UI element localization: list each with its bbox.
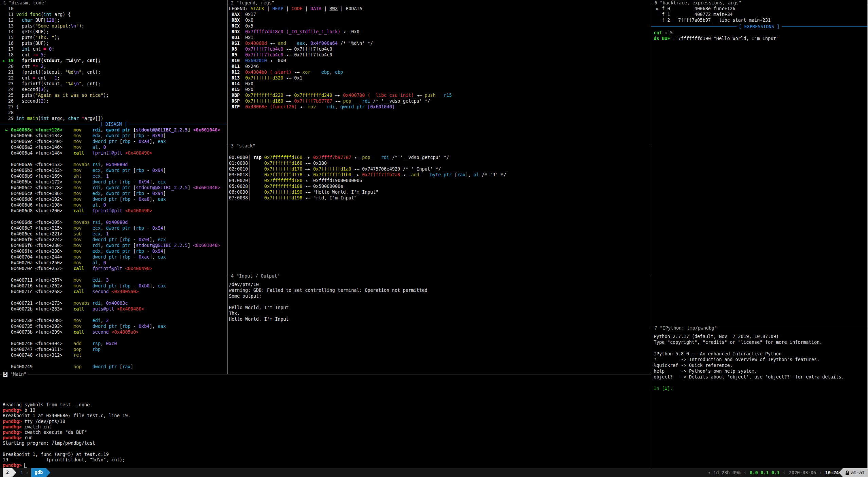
- terminal-line: 0x400704 <func+244> mov dword ptr [rbp -…: [3, 254, 220, 260]
- terminal-line: RBP 0x7fffffffd220 —▸ 0x7fffffffd240 —▸ …: [229, 92, 452, 98]
- terminal-line: warning: GDB: Failed to set controlling …: [229, 287, 427, 293]
- terminal-line: 0x400748 <func+312> ret: [3, 352, 220, 358]
- terminal-line: 02:0010│ 0x7fffffffd170 —▸ 0x7fffffffd1a…: [229, 166, 506, 172]
- terminal-line: 04:0020│ 0x7fffffffd180 ◂— 0xffffd190000…: [229, 178, 506, 183]
- terminal-line: 0x4006ed <func+221> sub ecx, 1: [3, 231, 220, 237]
- terminal-line: ► 19 fprintf(stdout, "%d\n", cnt);: [3, 58, 109, 64]
- pane-io[interactable]: /dev/pts/10warning: GDB: Failed to set c…: [228, 276, 651, 374]
- terminal-line: %quickref -> Quick reference.: [654, 363, 844, 368]
- terminal-line: 0x400696 <func+134> mov edx, dword ptr […: [3, 133, 220, 139]
- terminal-line: 0x40073b <func+299> call second <0x4005a…: [3, 329, 220, 335]
- powerline-arrow-icon: [46, 468, 50, 477]
- uptime-arrow-icon: ↑: [708, 470, 711, 475]
- terminal-line: RSI 0x40080d ◂— and eax, 0x4f000a64 /* '…: [229, 40, 452, 46]
- terminal-line: R12 0x4004b0 (_start) ◂— xor ebp, ebp: [229, 69, 452, 75]
- angle-separator-icon: ‹: [780, 470, 789, 476]
- terminal-line: 0x400749 nop dword ptr [rax]: [3, 364, 220, 370]
- status-left: 21›gdb: [3, 468, 50, 477]
- terminal-line: pwndbg> b 19: [3, 408, 130, 413]
- session-indicator[interactable]: 2: [3, 468, 12, 477]
- terminal-line: Some output:: [229, 293, 427, 299]
- terminal-line: R9 0x7ffff7fcb4c0 ◂— 0x7ffff7fcb4c0: [229, 52, 452, 58]
- terminal-line: 11 void func(int arg) {: [3, 12, 109, 17]
- terminal-line: 0x4006b9 <func+169> shl ecx, 1: [3, 173, 220, 179]
- terminal-line: RAX 0x17: [229, 12, 452, 17]
- terminal-line: RDX 0x7ffff7dd18c0 (_IO_stdfile_1_lock) …: [229, 29, 452, 35]
- powerline-arrow-icon: [839, 468, 843, 477]
- terminal-line: 0x4006d6 <func+198> mov al, 0: [3, 202, 220, 208]
- terminal-line: 16 puts(BUF);: [3, 40, 109, 46]
- terminal-line: ds BUF = 7fffffffd190 "Hello World, I'm …: [654, 36, 779, 41]
- window-tab-gdb[interactable]: gdb: [31, 468, 46, 477]
- terminal-line: RBX 0x0: [229, 17, 452, 23]
- terminal-line: pwndbg> run: [3, 435, 130, 441]
- terminal-line: 0x400740 <func+304> add rsp, 0xc0: [3, 341, 220, 347]
- terminal-line: R11 0x246: [229, 64, 452, 69]
- uptime-value: [711, 470, 713, 475]
- pane-stack[interactable]: 00:0000│ rsp 0x7fffffffd160 —▸ 0x7ffff7b…: [228, 146, 651, 276]
- expressions: cnt = 5ds BUF = 7fffffffd190 "Hello Worl…: [654, 30, 779, 41]
- hostname-segment: at-at: [843, 468, 868, 477]
- stack-rows: 00:0000│ rsp 0x7fffffffd160 —▸ 0x7ffff7b…: [229, 155, 506, 201]
- terminal-line: 0x4006a4 <func+148> call fprintf@plt <0x…: [3, 150, 220, 156]
- terminal-line: [654, 345, 844, 351]
- terminal-line: pwndbg> cwatch execute "ds BUF": [3, 430, 130, 435]
- window-index[interactable]: 1: [20, 470, 23, 475]
- pane-disasm-code[interactable]: 10 11 void func(int arg) { 12 char BUF[1…: [0, 0, 227, 374]
- terminal-line: 0x4006dd <func+205> movabs rsi, 0x40080d: [3, 219, 220, 225]
- terminal-line: f 1 400772 main+34: [654, 12, 771, 17]
- pane-legend-regs[interactable]: LEGEND: STACK | HEAP | CODE | DATA | RWX…: [228, 0, 651, 146]
- terminal-line: 07:0038│ 0x7fffffffd198 ◂— "rld, I'm Inp…: [229, 195, 506, 201]
- angle-separator-icon: ‹: [741, 470, 750, 476]
- terminal-line: 03:0018│ 0x7fffffffd178 —▸ 0x7fffffffd1b…: [229, 172, 506, 178]
- terminal-line: 0x40072b <func+283> call puts@plt <0x400…: [3, 306, 220, 312]
- terminal-line: In [1]:: [654, 386, 844, 391]
- status-right: ↑ 1d 23h 49m‹0.0 0.1 0.1‹2020-03-06‹10:2…: [708, 468, 839, 477]
- terminal-line: 0x400716 <func+262> mov dword ptr [rbp -…: [3, 283, 220, 289]
- terminal-right-edge: [867, 0, 868, 468]
- terminal-line: 0x4006ca <func+186> mov edx, dword ptr […: [3, 191, 220, 196]
- terminal-line: 0x40070c <func+252> call fprintf@plt <0x…: [3, 266, 220, 271]
- terminal-line: IPython 5.8.0 -- An enhanced Interactive…: [654, 351, 844, 357]
- terminal-line: R8 0x7ffff7fcb4c0 ◂— 0x7ffff7fcb4c0: [229, 46, 452, 52]
- pane-ipython[interactable]: Python 2.7.17 (default, Nov 7 2019, 10:0…: [651, 328, 867, 468]
- terminal-line: 22 cnt = cnt - 1;: [3, 75, 109, 81]
- terminal-line: 0x4006bc <func+172> mov dword ptr [rbp -…: [3, 179, 220, 185]
- powerline-arrow-icon: [12, 468, 16, 477]
- terminal-line: [3, 214, 220, 219]
- angle-separator-icon: ‹: [816, 470, 825, 476]
- terminal-line: Hello World, I'm Input: [229, 305, 427, 311]
- program-io: /dev/pts/10warning: GDB: Failed to set c…: [229, 282, 427, 322]
- terminal-line: ► f 0 40068e func+126: [654, 6, 771, 12]
- pane-backtrace[interactable]: ► f 0 40068e func+126 f 1 400772 main+34…: [651, 0, 867, 328]
- terminal-line: object? -> Details about 'object', use '…: [654, 374, 844, 380]
- terminal-line: [3, 312, 220, 318]
- terminal-line: Reading symbols from test...done.: [3, 402, 130, 408]
- terminal-line: 0x40070a <func+250> mov al, 0: [3, 260, 220, 266]
- terminal-line: 27 }: [3, 104, 109, 110]
- tmux-status-bar: 21›gdb ↑ 1d 23h 49m‹0.0 0.1 0.1‹2020-03-…: [0, 468, 868, 477]
- terminal-line: 0x4006f6 <func+230> mov rdi, qword ptr […: [3, 243, 220, 248]
- terminal-line: help -> Python's own help system.: [654, 368, 844, 374]
- terminal-line: 01:0008│ 0x7fffffffd168 ◂— 0x380: [229, 160, 506, 166]
- terminal-line: 29 int main(int argc, char *argv[]): [3, 116, 109, 121]
- terminal-line: Python 2.7.17 (default, Nov 7 2019, 10:0…: [654, 334, 844, 339]
- terminal-line: 0x400711 <func+257> mov edi, 3: [3, 277, 220, 283]
- terminal-line: 20 cnt *= 2;: [3, 64, 109, 69]
- source-code: 10 11 void func(int arg) { 12 char BUF[1…: [3, 6, 109, 121]
- terminal-line: cnt = 5: [654, 30, 779, 36]
- pane-main[interactable]: Reading symbols from test...done.pwndbg>…: [0, 374, 651, 468]
- terminal-line: 0x400747 <func+311> pop rbp: [3, 347, 220, 352]
- terminal-line: 0x4006a9 <func+153> movabs rsi, 0x40080d: [3, 162, 220, 167]
- terminal-line: R10 0x602010 ◂— 0x0: [229, 58, 452, 64]
- uptime: 1d 23h 49m: [713, 470, 741, 475]
- terminal-line: [3, 156, 220, 162]
- terminal-line: LEGEND: STACK | HEAP | CODE | DATA | RWX…: [229, 6, 452, 12]
- terminal-line: ► 0x40068e <func+126> mov rdi, qword ptr…: [3, 127, 220, 133]
- terminal-line: [3, 446, 130, 452]
- terminal-line: [3, 335, 220, 341]
- terminal-line: 0x400730 <func+288> mov edi, 2: [3, 318, 220, 323]
- terminal-line: Type "copyright", "credits" or "license"…: [654, 339, 844, 345]
- disassembly: ► 0x40068e <func+126> mov rdi, qword ptr…: [3, 127, 220, 370]
- terminal-line: 0x4006b3 <func+163> mov ecx, dword ptr […: [3, 167, 220, 173]
